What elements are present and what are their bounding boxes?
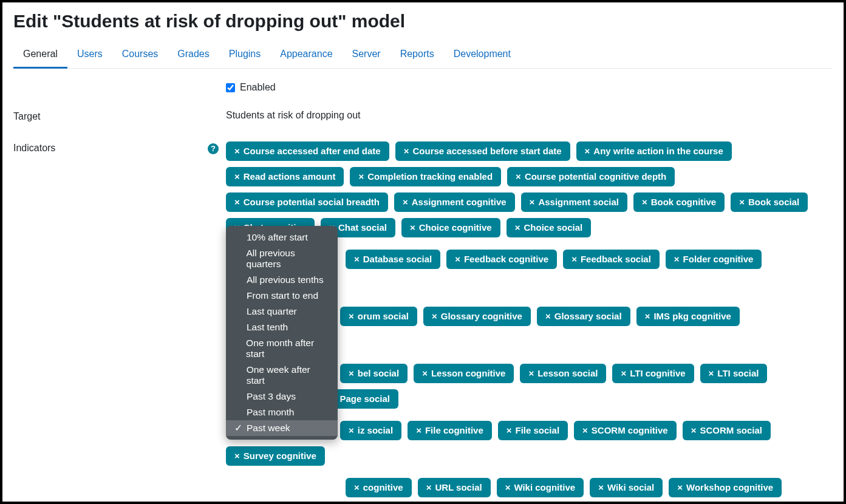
close-icon[interactable]: × xyxy=(349,368,354,379)
close-icon[interactable]: × xyxy=(349,425,354,436)
close-icon[interactable]: × xyxy=(349,311,354,322)
close-icon[interactable]: × xyxy=(432,311,437,322)
interval-option[interactable]: From start to end xyxy=(226,288,338,304)
close-icon[interactable]: × xyxy=(234,171,240,182)
close-icon[interactable]: × xyxy=(455,254,460,265)
close-icon[interactable]: × xyxy=(677,482,683,493)
interval-option-label: One week after start xyxy=(247,364,329,386)
tab-plugins[interactable]: Plugins xyxy=(219,44,270,68)
indicator-tag[interactable]: ×Feedback cognitive xyxy=(446,250,557,269)
indicator-tag[interactable]: ×Book cognitive xyxy=(633,192,725,212)
indicator-tag[interactable]: ×Course potential cognitive depth xyxy=(507,167,675,186)
tab-general[interactable]: General xyxy=(13,44,67,68)
indicator-tag[interactable]: ×bel social xyxy=(340,364,408,383)
indicator-tag[interactable]: ×LTI social xyxy=(700,364,768,383)
interval-option[interactable]: Past month xyxy=(226,404,338,420)
indicator-tag[interactable]: ×Course potential social breadth xyxy=(226,192,388,212)
indicator-tag[interactable]: ×cognitive xyxy=(346,478,412,497)
indicator-tag[interactable]: ×Course accessed before start date xyxy=(395,141,570,161)
indicator-tag[interactable]: ×Feedback social xyxy=(563,250,660,269)
indicator-tag[interactable]: ×Assignment cognitive xyxy=(394,192,515,212)
close-icon[interactable]: × xyxy=(354,254,360,265)
indicator-tag[interactable]: ×Workshop cognitive xyxy=(669,478,782,497)
indicator-tag[interactable]: ×Database social xyxy=(346,250,440,269)
close-icon[interactable]: × xyxy=(571,254,577,265)
interval-option[interactable]: ✓Past week xyxy=(226,420,338,436)
tab-server[interactable]: Server xyxy=(343,44,391,68)
indicator-tag[interactable]: ×Choice social xyxy=(507,218,591,237)
analysis-interval-dropdown[interactable]: 10% after startAll previous quartersAll … xyxy=(226,226,338,440)
indicator-tag[interactable]: ×Glossary social xyxy=(537,307,630,326)
close-icon[interactable]: × xyxy=(507,425,512,436)
close-icon[interactable]: × xyxy=(530,197,535,208)
indicator-tag[interactable]: ×Survey cognitive xyxy=(226,446,325,466)
close-icon[interactable]: × xyxy=(358,171,364,182)
close-icon[interactable]: × xyxy=(404,146,409,157)
tab-reports[interactable]: Reports xyxy=(391,44,444,68)
interval-option[interactable]: Last quarter xyxy=(226,304,338,319)
interval-option[interactable]: One week after start xyxy=(226,362,338,389)
close-icon[interactable]: × xyxy=(691,425,697,436)
indicator-tag[interactable]: ×Choice cognitive xyxy=(401,218,500,237)
interval-option[interactable]: One month after start xyxy=(226,335,338,362)
interval-option[interactable]: All previous tenths xyxy=(226,272,338,288)
enabled-checkbox-label[interactable]: Enabled xyxy=(226,82,833,93)
indicator-tag[interactable]: ×LTI cognitive xyxy=(612,364,694,383)
indicator-tag[interactable]: ×Assignment social xyxy=(521,192,627,212)
target-value: Students at risk of dropping out xyxy=(226,110,360,120)
tab-appearance[interactable]: Appearance xyxy=(270,44,342,68)
close-icon[interactable]: × xyxy=(674,254,680,265)
close-icon[interactable]: × xyxy=(426,482,432,493)
indicator-tag[interactable]: ×SCORM cognitive xyxy=(574,421,677,440)
indicator-tag[interactable]: ×IMS pkg cognitive xyxy=(636,307,740,326)
indicator-tag[interactable]: ×URL social xyxy=(418,478,491,497)
indicator-tag[interactable]: ×iz social xyxy=(340,421,401,440)
indicator-tag[interactable]: ×Completion tracking enabled xyxy=(350,167,501,186)
close-icon[interactable]: × xyxy=(515,222,520,233)
interval-option[interactable]: 10% after start xyxy=(226,230,338,245)
close-icon[interactable]: × xyxy=(598,482,604,493)
indicator-tag[interactable]: ×Wiki cognitive xyxy=(497,478,584,497)
close-icon[interactable]: × xyxy=(621,368,626,379)
close-icon[interactable]: × xyxy=(585,146,590,157)
indicator-tag[interactable]: ×Glossary cognitive xyxy=(423,307,531,326)
indicator-tag[interactable]: ×Lesson social xyxy=(520,364,606,383)
close-icon[interactable]: × xyxy=(410,222,415,233)
close-icon[interactable]: × xyxy=(403,197,408,208)
close-icon[interactable]: × xyxy=(416,425,421,436)
close-icon[interactable]: × xyxy=(709,368,714,379)
close-icon[interactable]: × xyxy=(234,146,240,157)
close-icon[interactable]: × xyxy=(645,311,650,322)
interval-option[interactable]: Last tenth xyxy=(226,319,338,335)
interval-option[interactable]: Past 3 days xyxy=(226,389,338,404)
help-icon[interactable]: ? xyxy=(208,143,219,154)
indicator-tag[interactable]: ×Wiki social xyxy=(590,478,663,497)
close-icon[interactable]: × xyxy=(582,425,588,436)
indicator-tag[interactable]: ×orum social xyxy=(340,307,417,326)
close-icon[interactable]: × xyxy=(234,451,240,461)
close-icon[interactable]: × xyxy=(739,197,745,208)
indicator-tag[interactable]: ×File social xyxy=(498,421,568,440)
close-icon[interactable]: × xyxy=(528,368,534,379)
close-icon[interactable]: × xyxy=(545,311,551,322)
indicator-tag[interactable]: ×SCORM social xyxy=(683,421,771,440)
interval-option[interactable]: All previous quarters xyxy=(226,245,338,272)
close-icon[interactable]: × xyxy=(505,482,511,493)
close-icon[interactable]: × xyxy=(642,197,647,208)
tab-development[interactable]: Development xyxy=(444,44,520,68)
enabled-checkbox[interactable] xyxy=(226,83,235,92)
tab-grades[interactable]: Grades xyxy=(168,44,219,68)
close-icon[interactable]: × xyxy=(354,482,360,493)
close-icon[interactable]: × xyxy=(422,368,428,379)
close-icon[interactable]: × xyxy=(516,171,521,182)
close-icon[interactable]: × xyxy=(234,197,240,208)
tab-users[interactable]: Users xyxy=(67,44,112,68)
indicator-tag[interactable]: ×Folder cognitive xyxy=(666,250,762,269)
indicator-tag[interactable]: ×File cognitive xyxy=(408,421,492,440)
indicator-tag[interactable]: ×Book social xyxy=(731,192,808,212)
indicator-tag[interactable]: ×Lesson cognitive xyxy=(414,364,514,383)
indicator-tag[interactable]: ×Course accessed after end date xyxy=(226,141,389,161)
tab-courses[interactable]: Courses xyxy=(112,44,168,68)
indicator-tag[interactable]: ×Any write action in the course xyxy=(576,141,732,161)
indicator-tag[interactable]: ×Read actions amount xyxy=(226,167,344,186)
